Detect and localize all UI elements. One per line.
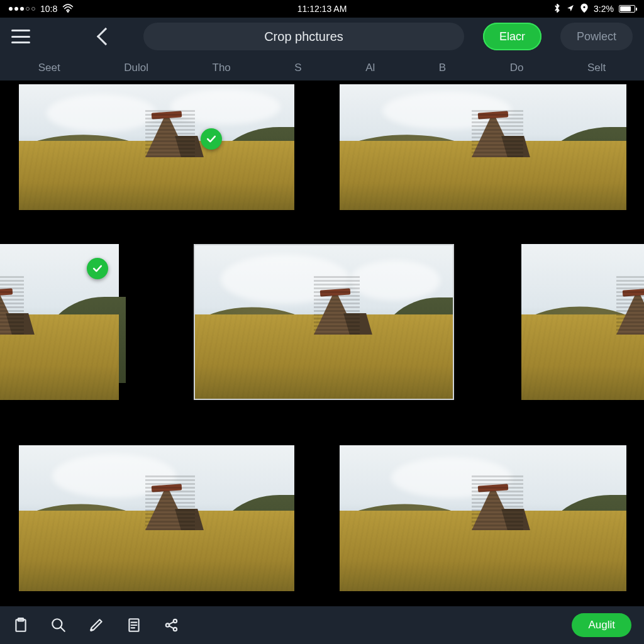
location-arrow-icon — [566, 4, 575, 14]
landscape-image — [19, 84, 294, 210]
tab-item[interactable]: Al — [360, 59, 380, 77]
thumbnail[interactable] — [340, 445, 626, 591]
signal-dots-icon — [9, 7, 35, 11]
thumbnail[interactable] — [19, 445, 294, 591]
svg-point-5 — [91, 630, 92, 631]
thumbnail-grid — [0, 80, 644, 606]
wifi-icon — [62, 4, 74, 14]
thumbnail[interactable] — [340, 84, 626, 210]
tab-item[interactable]: Do — [505, 59, 529, 77]
selected-check-icon — [201, 128, 222, 150]
app-bar: Crop phctures Elacr Powlect — [0, 18, 644, 55]
tab-item[interactable]: Selt — [582, 59, 611, 77]
selected-check-icon — [87, 258, 108, 279]
secondary-action-button[interactable]: Powlect — [560, 23, 633, 50]
status-clock: 11:12:13 AM — [297, 4, 347, 14]
landscape-image — [521, 244, 644, 400]
apply-button[interactable]: Auglit — [572, 613, 631, 637]
landscape-image — [195, 245, 453, 399]
menu-icon[interactable] — [11, 30, 30, 43]
status-left-text: 10:8 — [40, 4, 57, 14]
page-title-text: Crop phctures — [264, 30, 343, 44]
thumbnail[interactable] — [0, 244, 126, 400]
edit-pen-icon[interactable] — [88, 617, 104, 633]
tab-bar: Seet Dulol Tho S Al B Do Selt — [0, 55, 644, 80]
page-title: Crop phctures — [143, 23, 464, 50]
status-bar: 10:8 11:12:13 AM 3:2% — [0, 0, 644, 18]
tab-item[interactable]: B — [434, 59, 451, 77]
thumbnail[interactable] — [19, 84, 294, 210]
bluetooth-icon — [553, 3, 561, 15]
svg-point-1 — [583, 6, 586, 9]
landscape-image — [340, 445, 626, 591]
svg-point-0 — [67, 11, 69, 12]
tab-item[interactable]: Tho — [208, 59, 236, 77]
battery-pct-text: 3:2% — [594, 4, 614, 14]
primary-action-button[interactable]: Elacr — [483, 23, 541, 50]
location-pin-icon — [580, 3, 589, 15]
thumbnail[interactable] — [521, 244, 644, 400]
back-button[interactable] — [97, 28, 114, 45]
battery-icon — [619, 5, 635, 13]
tab-item[interactable]: Seet — [33, 59, 65, 77]
document-icon[interactable] — [126, 617, 142, 633]
search-icon[interactable] — [50, 617, 67, 633]
landscape-image — [19, 445, 294, 591]
landscape-image — [340, 84, 626, 210]
share-icon[interactable] — [164, 617, 180, 633]
thumbnail-focused[interactable] — [194, 244, 454, 400]
bottom-toolbar: Auglit — [0, 606, 644, 644]
tab-item[interactable]: S — [289, 59, 306, 77]
tab-item[interactable]: Dulol — [119, 59, 153, 77]
clipboard-icon[interactable] — [13, 617, 29, 633]
